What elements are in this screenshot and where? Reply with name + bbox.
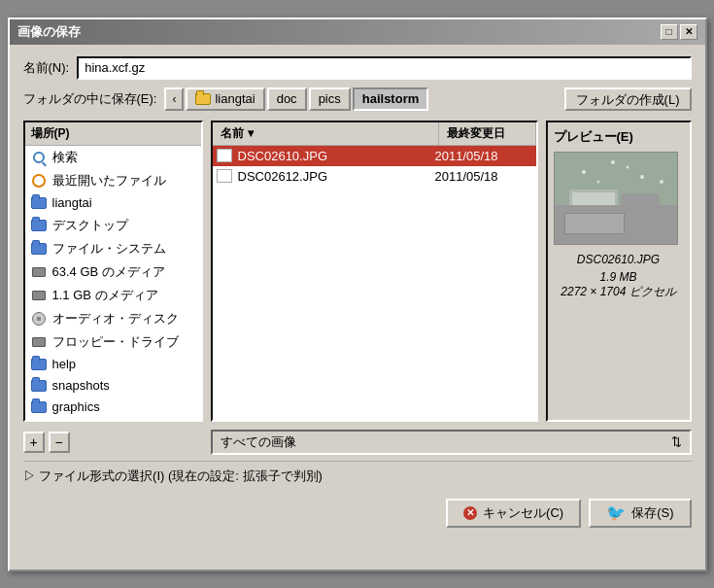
breadcrumb-pics[interactable]: pics xyxy=(309,87,351,111)
files-list: DSC02610.JPG 2011/05/18 DSC02612.JPG 201… xyxy=(213,146,536,420)
breadcrumb-hailstorm[interactable]: hailstorm xyxy=(353,87,429,111)
places-list: 検索 最近開いたファイル liangtai xyxy=(25,146,201,420)
folder-icon xyxy=(31,378,47,394)
place-item-media-63gb[interactable]: 63.4 GB のメディア xyxy=(25,260,201,284)
format-section-expand[interactable]: ▷ ファイル形式の選択(I) (現在の設定: 拡張子で判別) xyxy=(23,461,692,491)
places-header: 場所(P) xyxy=(25,122,201,146)
breadcrumb-row: フォルダの中に保存(E): ‹ liangtai doc pics hailst… xyxy=(23,87,692,111)
drive-icon xyxy=(31,288,47,303)
svg-point-12 xyxy=(660,180,663,184)
preview-filename: DSC02610.JPG xyxy=(554,253,684,266)
folder-icon xyxy=(31,218,47,233)
place-item-desktop[interactable]: デスクトップ xyxy=(25,214,201,237)
place-item-search[interactable]: 検索 xyxy=(25,146,201,169)
file-filter-dropdown[interactable]: すべての画像 ⇅ xyxy=(211,430,692,455)
save-icon: 🐦 xyxy=(606,503,626,522)
preview-panel: プレビュー(E) xyxy=(546,121,692,422)
col-header-date[interactable]: 最終変更日 xyxy=(439,122,536,145)
place-item-media-1gb[interactable]: 1.1 GB のメディア xyxy=(25,284,201,307)
col-header-name[interactable]: 名前 ▾ xyxy=(213,122,439,145)
close-button[interactable]: ✕ xyxy=(680,24,697,40)
drive-icon xyxy=(31,264,47,280)
cancel-icon: ✕ xyxy=(463,506,477,520)
maximize-button[interactable]: □ xyxy=(661,24,678,40)
breadcrumb-back-button[interactable]: ‹ xyxy=(164,87,184,111)
file-thumb xyxy=(217,149,232,162)
svg-point-7 xyxy=(582,170,586,174)
place-item-filesystem[interactable]: ファイル・システム xyxy=(25,237,201,260)
breadcrumb-doc[interactable]: doc xyxy=(267,87,307,111)
remove-place-button[interactable]: − xyxy=(49,432,70,453)
filter-area: すべての画像 ⇅ xyxy=(211,430,692,455)
main-area: 場所(P) 検索 最近開いたファイル xyxy=(23,121,692,422)
window-title: 画像の保存 xyxy=(17,23,81,41)
places-panel: 場所(P) 検索 最近開いたファイル xyxy=(23,121,203,422)
search-icon xyxy=(31,150,47,165)
expand-label: ▷ ファイル形式の選択(I) (現在の設定: 拡張子で判別) xyxy=(23,467,323,485)
preview-image-inner xyxy=(555,153,677,244)
dropdown-icon: ⇅ xyxy=(671,434,682,449)
filename-input[interactable] xyxy=(77,56,691,80)
back-icon: ‹ xyxy=(172,92,176,106)
filename-label: 名前(N): xyxy=(23,59,70,77)
svg-rect-1 xyxy=(555,206,678,245)
preview-size: 1.9 MB xyxy=(554,270,684,284)
place-item-recent[interactable]: 最近開いたファイル xyxy=(25,169,201,192)
svg-rect-3 xyxy=(572,192,615,214)
title-bar: 画像の保存 □ ✕ xyxy=(10,19,705,45)
folder-icon xyxy=(31,399,47,415)
place-item-liangtai[interactable]: liangtai xyxy=(25,192,201,214)
folder-icon xyxy=(31,195,47,211)
cd-icon xyxy=(31,311,47,327)
sort-arrow: ▾ xyxy=(248,126,254,140)
place-item-floppy[interactable]: フロッピー・ドライブ xyxy=(25,330,201,354)
place-item-snapshots[interactable]: snapshots xyxy=(25,375,201,397)
svg-rect-5 xyxy=(574,211,603,225)
folder-icon xyxy=(195,93,211,105)
svg-point-9 xyxy=(640,175,644,179)
preview-dimensions: 2272 × 1704 ピクセル xyxy=(554,284,684,300)
file-row-dsc02610[interactable]: DSC02610.JPG 2011/05/18 xyxy=(213,146,536,166)
svg-point-11 xyxy=(626,165,629,168)
svg-point-10 xyxy=(596,180,599,183)
save-location-label: フォルダの中に保存(E): xyxy=(23,90,157,108)
place-item-graphics[interactable]: graphics xyxy=(25,397,201,418)
filename-row: 名前(N): xyxy=(23,56,692,80)
svg-rect-4 xyxy=(621,193,660,213)
files-panel: 名前 ▾ 最終変更日 DSC02610.JPG 2011/05/18 xyxy=(211,121,538,422)
save-button[interactable]: 🐦 保存(S) xyxy=(589,499,691,528)
save-dialog: 画像の保存 □ ✕ 名前(N): フォルダの中に保存(E): ‹ liangta… xyxy=(8,17,707,571)
cancel-button[interactable]: ✕ キャンセル(C) xyxy=(446,499,581,528)
places-bottom-controls: + − xyxy=(23,432,203,453)
create-folder-button[interactable]: フォルダの作成(L) xyxy=(564,87,692,111)
bottom-area: + − すべての画像 ⇅ xyxy=(23,430,692,455)
files-header: 名前 ▾ 最終変更日 xyxy=(213,122,536,146)
preview-image xyxy=(554,152,678,245)
folder-icon xyxy=(31,357,47,372)
place-item-audio-disc[interactable]: オーディオ・ディスク xyxy=(25,307,201,330)
breadcrumb-liangtai[interactable]: liangtai xyxy=(186,87,264,111)
preview-header: プレビュー(E) xyxy=(554,128,684,146)
svg-point-8 xyxy=(611,160,615,164)
bottom-buttons: ✕ キャンセル(C) 🐦 保存(S) xyxy=(23,499,692,528)
title-bar-controls: □ ✕ xyxy=(661,24,697,40)
place-item-help[interactable]: help xyxy=(25,354,201,375)
preview-info: DSC02610.JPG 1.9 MB 2272 × 1704 ピクセル xyxy=(554,253,684,300)
recent-icon xyxy=(31,173,47,189)
add-place-button[interactable]: + xyxy=(23,432,45,453)
file-row-dsc02612[interactable]: DSC02612.JPG 2011/05/18 xyxy=(213,166,536,187)
svg-rect-6 xyxy=(608,213,632,225)
breadcrumb-nav: ‹ liangtai doc pics hailstorm xyxy=(164,87,428,111)
folder-icon xyxy=(31,241,47,257)
file-thumb xyxy=(217,169,232,183)
floppy-icon xyxy=(31,334,47,350)
